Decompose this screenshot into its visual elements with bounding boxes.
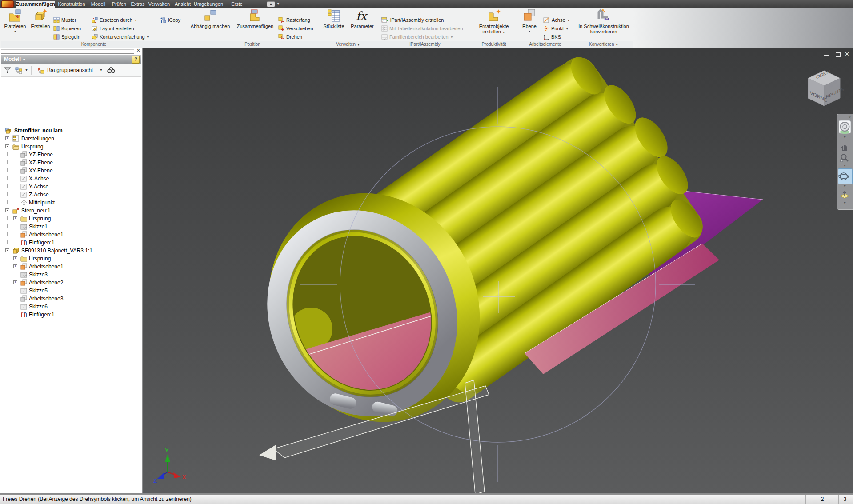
familienbereich-button[interactable]: Familienbereich bearbeiten▼ (381, 33, 453, 41)
minimize-icon[interactable] (824, 55, 829, 56)
erstellen-button[interactable]: Erstellen (28, 8, 52, 29)
tree-expander[interactable]: - (5, 144, 9, 148)
layout-erstellen-button[interactable]: Layout erstellen (92, 24, 134, 32)
close-icon[interactable]: ✕ (845, 51, 849, 57)
group-label-ipart: iPart/iAssembly (378, 41, 472, 48)
drehen-button[interactable]: Drehen (278, 33, 302, 41)
navbar-close-icon[interactable]: ✕ (848, 115, 851, 120)
muster-button[interactable]: Muster (53, 16, 76, 24)
tree-item[interactable]: Arbeitsebene3 (1, 295, 141, 303)
tree-item[interactable]: + Arbeitsebene1 (1, 263, 141, 271)
tree-expander[interactable]: - (5, 208, 9, 212)
ribbon-options-chevron-icon[interactable]: ▼ (276, 2, 280, 6)
browser-mode-icon[interactable] (15, 67, 23, 74)
weldment-convert-icon (596, 8, 611, 24)
tab-pruefen[interactable]: Prüfen (110, 1, 128, 8)
tree-item[interactable]: Skizze1 (1, 223, 141, 231)
tab-ansicht[interactable]: Ansicht (173, 1, 192, 8)
tree-item[interactable]: X-Achse (1, 175, 141, 183)
tab-zusammenfuegen[interactable]: Zusammenfügen (16, 1, 55, 8)
tree-item[interactable]: + Ursprung (1, 215, 141, 223)
icopy-button[interactable]: iCopy (160, 16, 180, 24)
browser-close-icon[interactable]: ✕ (136, 48, 140, 53)
ribbon-collapse-icon[interactable]: ▲ (267, 1, 275, 7)
tab-konstruktion[interactable]: Konstruktion (57, 1, 86, 8)
view-mode-chevron-icon[interactable]: ▼ (100, 68, 103, 72)
help-icon[interactable]: ? (132, 56, 140, 64)
browser-mode-chevron-icon[interactable]: ▼ (25, 68, 28, 72)
tree-item[interactable]: Einfügen:1 (1, 239, 141, 247)
tree-item[interactable]: Arbeitsebene1 (1, 231, 141, 239)
tree-expander[interactable]: + (13, 216, 17, 220)
kopieren-button[interactable]: Kopieren (53, 24, 81, 32)
punkt-button[interactable]: Punkt▼ (543, 24, 569, 32)
tab-erste-schritte[interactable]: Erste Schritte (222, 1, 252, 8)
schweisskonstruktion-button[interactable]: In Schweißkonstruktion konvertieren (576, 8, 632, 34)
tab-modell[interactable]: Modell (88, 1, 108, 8)
platzieren-dropdown-icon[interactable]: ▼ (3, 29, 28, 34)
tree-item[interactable]: + Ursprung (1, 255, 141, 263)
stueckliste-button[interactable]: Stückliste (320, 8, 348, 29)
zoom-icon[interactable] (840, 153, 849, 162)
search-binoculars-icon[interactable] (107, 66, 116, 74)
view-mode-label[interactable]: Baugruppenansicht (47, 67, 93, 73)
verschieben-button[interactable]: Verschieben (278, 24, 313, 32)
tree-item[interactable]: + Arbeitsebene2 (1, 279, 141, 287)
tree-item[interactable]: XZ-Ebene (1, 159, 141, 167)
tree-item[interactable]: Sternfilter_neu.iam (1, 127, 141, 135)
look-at-icon[interactable] (840, 190, 850, 200)
wheel-dropdown-icon[interactable]: ▼ (837, 136, 853, 139)
assembly-view-icon[interactable] (37, 67, 45, 74)
icopy-icon (160, 17, 166, 23)
viewcube[interactable]: OBEN VORNE RECHTS (801, 65, 845, 109)
tree-item[interactable]: - SF091310 Bajonett_VAR3.1:1 (1, 247, 141, 255)
navigation-wheel-icon[interactable] (839, 120, 851, 134)
browser-title-bar[interactable]: Modell ▼ ? (1, 55, 141, 64)
konturvereinfachung-button[interactable]: Konturvereinfachung▼ (92, 33, 149, 41)
tree-item[interactable]: Y-Achse (1, 183, 141, 191)
zoom-dropdown-icon[interactable]: ▼ (837, 164, 853, 168)
tree-expander[interactable]: + (13, 280, 17, 284)
tree-item[interactable]: - Ursprung (1, 143, 141, 151)
application-menu-icon[interactable] (1, 0, 14, 8)
tree-item[interactable]: Einfügen:1 (1, 311, 141, 319)
tab-verwalten[interactable]: Verwalten (148, 1, 171, 8)
filter-icon[interactable] (4, 67, 12, 74)
abhaengig-machen-button[interactable]: Abhängig machen (188, 8, 232, 29)
group-verwalten: Stückliste fx Parameter Verwalten ▼ (318, 8, 378, 48)
bks-button[interactable]: BKS (543, 33, 561, 41)
pan-hand-icon[interactable] (840, 143, 849, 152)
tree-item[interactable]: Skizze5 (1, 287, 141, 295)
tree-item[interactable]: - Stern_neu:1 (1, 207, 141, 215)
achse-button[interactable]: Achse▼ (543, 16, 570, 24)
rasterfang-button[interactable]: Rasterfang (278, 16, 310, 24)
platzieren-button[interactable]: Platzieren ▼ (3, 8, 28, 34)
ebene-dropdown-icon[interactable]: ▼ (518, 29, 541, 34)
ersetzen-durch-button[interactable]: Ersetzen durch▼ (92, 16, 137, 24)
browser-grip-handle[interactable] (1, 49, 134, 54)
lookat-dropdown-icon[interactable]: ▼ (837, 201, 853, 205)
tree-expander[interactable]: + (13, 264, 17, 268)
ipart-erstellen-button[interactable]: i iPart/iAssembly erstellen (381, 16, 444, 24)
zusammenfuegen-button[interactable]: Zusammenfügen (233, 8, 277, 29)
tree-item[interactable]: Mittelpunkt (1, 199, 141, 207)
tree-item[interactable]: Z-Achse (1, 191, 141, 199)
tree-expander[interactable]: + (13, 256, 17, 260)
tree-item[interactable]: YZ-Ebene (1, 151, 141, 159)
ersatzobjekte-button[interactable]: Ersatzobjekte erstellen ▼ (473, 8, 515, 35)
tree-item[interactable]: + Darstellungen (1, 135, 141, 143)
tree-expander[interactable]: + (5, 136, 9, 140)
restore-icon[interactable] (836, 52, 841, 57)
tabellenkalkulation-button[interactable]: Mit Tabellenkalkulation bearbeiten (381, 24, 463, 32)
orbit-dropdown-icon[interactable]: ▼ (837, 184, 853, 188)
tree-item[interactable]: Skizze3 (1, 271, 141, 279)
spiegeln-button[interactable]: Spiegeln (53, 33, 80, 41)
tree-item[interactable]: Skizze6 (1, 303, 141, 311)
tree-item[interactable]: XY-Ebene (1, 167, 141, 175)
parameter-button[interactable]: fx Parameter (348, 8, 376, 29)
orbit-button-active[interactable] (838, 168, 853, 184)
tree-expander[interactable]: - (5, 248, 9, 252)
ebene-button[interactable]: Ebene ▼ (518, 8, 541, 34)
tab-extras[interactable]: Extras (130, 1, 146, 8)
tab-umgebungen[interactable]: Umgebungen (194, 1, 220, 8)
